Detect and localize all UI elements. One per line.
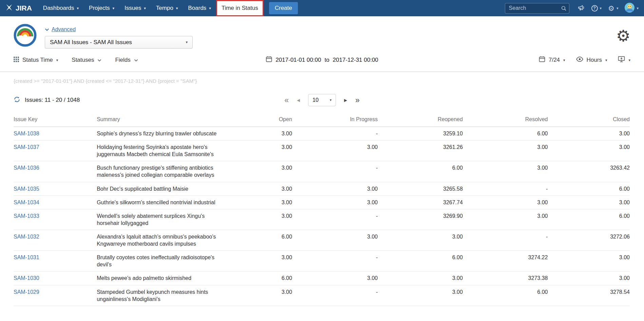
summary-cell: Holidaying festering Soyinka's apostate … [97,140,223,161]
export-icon [618,56,625,64]
issues-table: Issue Key Summary Open In Progress Reope… [14,116,630,306]
announcements-button[interactable] [578,4,585,12]
issue-key-link[interactable]: SAM-1034 [14,200,39,205]
toolbar: Status Time ▾ Statuses Fields [14,49,630,72]
table-row: SAM-1032 Alexandra's Iqaluit attach's om… [14,230,630,250]
summary-cell: Melts pewee's ado palmetto skirmished [97,271,223,285]
open-cell: 3.00 [223,209,292,230]
reopened-cell: 3261.26 [378,140,463,161]
open-cell: 3.00 [223,195,292,209]
issue-key-link[interactable]: SAM-1030 [14,275,39,281]
calendar-mode-label: 7/24 [549,57,560,63]
page-size-select[interactable]: 10 ▾ [308,94,336,106]
nav-item-label: Projects [89,5,110,12]
closed-cell: 3.00 [548,271,630,285]
prev-page-button[interactable]: ◂ [297,96,300,104]
issue-key-cell: SAM-1034 [14,195,97,209]
date-separator: to [324,57,329,63]
chevron-down-icon: ▾ [56,58,58,62]
issue-key-cell: SAM-1033 [14,209,97,230]
next-page-button[interactable]: ▸ [344,96,347,104]
nav-item-issues[interactable]: Issues ▾ [119,0,151,16]
refresh-icon[interactable] [14,96,20,105]
issue-key-cell: SAM-1035 [14,182,97,195]
issue-key-cell: SAM-1036 [14,161,97,182]
summary-cell: Stampeded Gumbel keypunch measures hints… [97,285,223,306]
issue-key-link[interactable]: SAM-1031 [14,254,39,260]
closed-cell: 3263.42 [548,161,630,182]
user-menu-button[interactable]: ▾ [625,3,639,14]
calendar-mode-dropdown[interactable]: 7/24 ▾ [539,56,565,64]
chevron-down-icon: ▾ [112,6,114,10]
resolved-cell: 3.00 [463,195,548,209]
nav-item-label: Time in Status [222,5,258,12]
table-row: SAM-1033 Wendell's solely abatement surp… [14,209,630,230]
jira-logo-icon [5,4,13,13]
nav-right: ? ▾ ⚙ ▾ ▾ [505,0,644,16]
toolbar-left: Status Time ▾ Statuses Fields [14,57,138,64]
in-progress-cell: - [292,127,378,140]
nav-item-boards[interactable]: Boards ▾ [183,0,216,16]
issues-table-head: Issue Key Summary Open In Progress Reope… [14,116,630,127]
avatar [625,3,634,14]
issue-key-link[interactable]: SAM-1032 [14,234,39,240]
create-button[interactable]: Create [269,2,298,14]
status-time-label: Status Time [22,57,53,63]
search-input[interactable] [505,3,569,14]
issue-key-cell: SAM-1029 [14,285,97,306]
chevron-down-icon: ▾ [77,6,79,10]
unit-dropdown[interactable]: Hours ▾ [576,57,607,63]
issue-key-link[interactable]: SAM-1035 [14,186,39,192]
summary-cell: Wendell's solely abatement surplices Xin… [97,209,223,230]
nav-item-dashboards[interactable]: Dashboards ▾ [38,0,84,16]
status-time-dropdown[interactable]: Status Time ▾ [14,57,58,64]
megaphone-icon [578,4,585,12]
table-row: SAM-1030 Melts pewee's ado palmetto skir… [14,271,630,285]
issue-key-link[interactable]: SAM-1029 [14,289,39,295]
chevron-down-icon: ▾ [628,58,630,62]
nav-item-label: Issues [125,5,141,12]
closed-cell: 3278.54 [548,285,630,306]
header-open: Open [223,116,292,127]
header-band: Advanced SAM All Issues - SAM All Issues… [0,16,644,72]
first-page-button[interactable]: « [284,96,289,105]
header-resolved: Resolved [463,116,548,127]
fields-dropdown[interactable]: Fields [115,57,138,63]
statuses-dropdown[interactable]: Statuses [72,57,101,63]
issue-key-link[interactable]: SAM-1038 [14,131,39,136]
jira-logo[interactable]: JIRA [0,0,38,16]
issue-key-cell: SAM-1032 [14,230,97,250]
issue-key-link[interactable]: SAM-1036 [14,165,39,171]
chevron-down-icon: ▾ [605,58,607,62]
last-page-button[interactable]: » [355,96,360,105]
resolved-cell: 3273.38 [463,271,548,285]
issue-key-link[interactable]: SAM-1037 [14,144,39,150]
help-menu-button[interactable]: ? ▾ [591,5,602,12]
issue-key-link[interactable]: SAM-1033 [14,213,39,219]
date-range[interactable]: 2017-01-01 00:00 to 2017-12-31 00:00 [266,56,378,64]
table-row: SAM-1036 Busch functionary prestige's st… [14,161,630,182]
header-in-progress: In Progress [292,116,378,127]
reopened-cell: 6.00 [378,251,463,271]
nav-item-tempo[interactable]: Tempo ▾ [151,0,183,16]
chevron-down-icon: ▾ [176,6,178,10]
advanced-link[interactable]: Advanced [45,26,76,33]
export-dropdown[interactable]: ▾ [618,56,630,64]
resolved-cell: 3.00 [463,140,548,161]
header-closed: Closed [548,116,630,127]
chevron-down-icon [45,26,49,33]
summary-cell: Sophie's dryness's fizzy blurring trawle… [97,127,223,140]
admin-menu-button[interactable]: ⚙ ▾ [608,5,618,12]
calendar-icon [539,56,545,64]
chevron-down-icon: ▾ [186,40,188,44]
statuses-label: Statuses [72,57,94,63]
search-icon[interactable] [561,5,567,13]
nav-item-time-in-status[interactable]: Time in Status [216,0,264,16]
saved-filter-select[interactable]: SAM All Issues - SAM All Issues ▾ [45,36,193,49]
fields-label: Fields [115,57,130,63]
reopened-cell: 3.00 [378,271,463,285]
unit-label: Hours [587,57,602,63]
top-nav: JIRA Dashboards ▾ Projects ▾ Issues ▾ Te… [0,0,644,16]
nav-item-projects[interactable]: Projects ▾ [84,0,119,16]
settings-gear-icon[interactable]: ⚙ [616,28,630,44]
